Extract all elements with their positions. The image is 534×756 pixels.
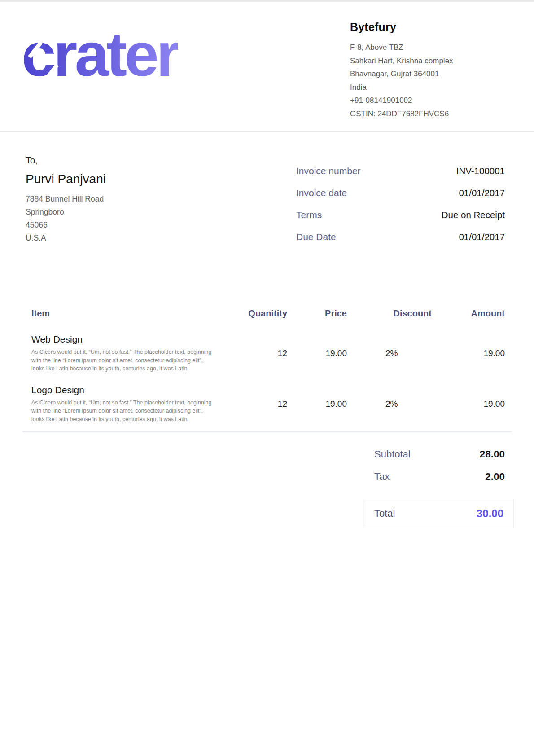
billing-section: To, Purvi Panjvani 7884 Bunnel Hill Road… — [0, 132, 534, 254]
item-amount: 19.00 — [432, 348, 505, 358]
due-date-row: Due Date 01/01/2017 — [296, 232, 505, 242]
crater-logo: crater — [22, 25, 178, 84]
item-cell: Web Design As Cicero would put it, “Um, … — [31, 334, 224, 373]
tax-label: Tax — [374, 471, 390, 483]
invoice-number-label: Invoice number — [296, 166, 361, 176]
company-name: Bytefury — [350, 21, 505, 34]
item-description: As Cicero would put it, “Um, not so fast… — [31, 399, 216, 424]
tax-row: Tax 2.00 — [374, 471, 505, 483]
item-name: Web Design — [31, 334, 216, 345]
total-box: Total 30.00 — [365, 500, 514, 527]
company-gstin: GSTIN: 24DDF7682FHVCS6 — [350, 107, 505, 121]
table-row: Logo Design As Cicero would put it, “Um,… — [31, 385, 505, 424]
customer-address-line: U.S.A — [26, 232, 106, 245]
invoice-number-value: INV-100001 — [456, 166, 505, 176]
invoice-date-value: 01/01/2017 — [459, 188, 505, 198]
item-cell: Logo Design As Cicero would put it, “Um,… — [31, 385, 224, 424]
subtotal-label: Subtotal — [374, 448, 411, 460]
total-value: 30.00 — [477, 507, 503, 520]
item-price: 19.00 — [287, 348, 347, 358]
item-price: 19.00 — [287, 399, 347, 409]
item-quantity: 12 — [224, 348, 287, 358]
invoice-meta-block: Invoice number INV-100001 Invoice date 0… — [296, 155, 505, 254]
tax-value: 2.00 — [485, 471, 505, 483]
items-table: Item Quanitity Price Discount Amount Web… — [0, 308, 534, 423]
terms-row: Terms Due on Receipt — [296, 210, 505, 220]
due-date-value: 01/01/2017 — [459, 232, 505, 242]
customer-address-line: 7884 Bunnel Hill Road — [26, 193, 106, 206]
terms-label: Terms — [296, 210, 322, 220]
totals-section: Subtotal 28.00 Tax 2.00 Total 30.00 — [0, 448, 534, 527]
items-table-header: Item Quanitity Price Discount Amount — [31, 308, 505, 319]
column-header-amount: Amount — [432, 308, 505, 319]
due-date-label: Due Date — [296, 232, 336, 242]
item-quantity: 12 — [224, 399, 287, 409]
column-header-quantity: Quanitity — [224, 308, 287, 319]
company-address-line: Bhavnagar, Gujrat 364001 — [350, 67, 505, 81]
subtotal-value: 28.00 — [480, 448, 505, 460]
table-row: Web Design As Cicero would put it, “Um, … — [31, 334, 505, 373]
item-amount: 19.00 — [432, 399, 505, 409]
invoice-date-label: Invoice date — [296, 188, 347, 198]
totals-rows: Subtotal 28.00 Tax 2.00 — [374, 448, 505, 493]
item-name: Logo Design — [31, 385, 216, 396]
company-address-line: India — [350, 81, 505, 94]
logo-notch-icon — [206, 52, 222, 70]
subtotal-row: Subtotal 28.00 — [374, 448, 505, 460]
column-header-price: Price — [287, 308, 347, 319]
column-header-item: Item — [31, 308, 224, 319]
invoice-date-row: Invoice date 01/01/2017 — [296, 188, 505, 198]
customer-address-line: 45066 — [26, 219, 106, 232]
item-description: As Cicero would put it, “Um, not so fast… — [31, 348, 216, 373]
item-discount: 2% — [347, 399, 432, 409]
customer-name: Purvi Panjvani — [26, 172, 106, 186]
company-phone: +91-08141901002 — [350, 94, 505, 107]
company-address-line: Sahkari Hart, Krishna complex — [350, 54, 505, 68]
to-label: To, — [26, 155, 106, 166]
total-label: Total — [374, 508, 395, 519]
invoice-header: crater Bytefury F-8, Above TBZ Sahkari H… — [0, 2, 534, 132]
terms-value: Due on Receipt — [442, 210, 505, 220]
company-address-line: F-8, Above TBZ — [350, 41, 505, 54]
invoice-page: crater Bytefury F-8, Above TBZ Sahkari H… — [0, 0, 534, 756]
item-discount: 2% — [347, 348, 432, 358]
company-info: Bytefury F-8, Above TBZ Sahkari Hart, Kr… — [350, 19, 505, 131]
bill-to-block: To, Purvi Panjvani 7884 Bunnel Hill Road… — [26, 155, 106, 254]
customer-address-line: Springboro — [26, 206, 106, 219]
invoice-number-row: Invoice number INV-100001 — [296, 166, 505, 176]
table-bottom-divider — [22, 431, 512, 432]
column-header-discount: Discount — [347, 308, 432, 319]
